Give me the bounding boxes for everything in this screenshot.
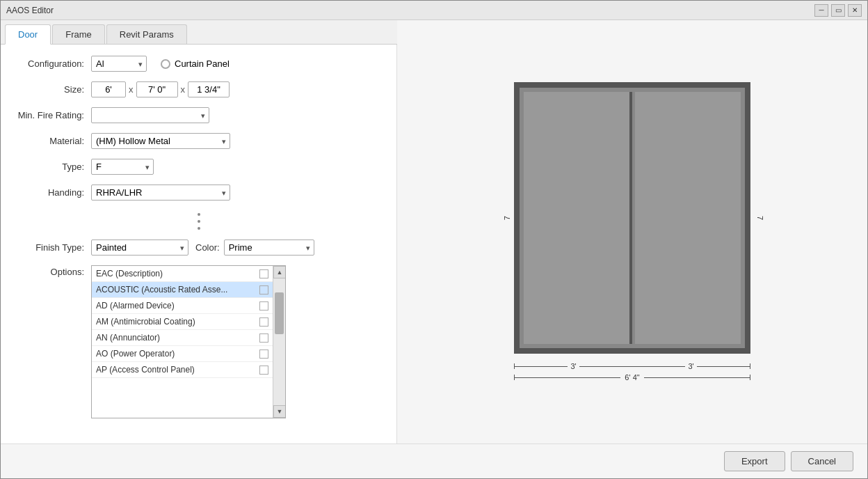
size-width-input[interactable] <box>91 81 126 97</box>
line-full-right <box>644 377 750 378</box>
configuration-select-wrapper: Al <box>91 56 147 72</box>
list-item[interactable]: AN (Annunciator) <box>92 330 273 346</box>
restore-button[interactable]: ▭ <box>831 4 845 17</box>
right-panel: 7 7 <box>397 20 867 443</box>
type-select-wrapper: F <box>91 159 154 175</box>
color-label: Color: <box>195 242 220 253</box>
line-half-left2 <box>579 366 632 367</box>
finish-type-label: Finish Type: <box>15 242 91 253</box>
list-item[interactable]: AO (Power Operator) <box>92 346 273 362</box>
left-panel: Door Frame Revit Params Configuration: A… <box>1 20 397 443</box>
type-select[interactable]: F <box>91 159 154 175</box>
material-label: Material: <box>15 136 91 146</box>
tick-right-end <box>750 363 750 369</box>
list-item[interactable]: AM (Antimicrobial Coating) <box>92 314 273 330</box>
tab-door[interactable]: Door <box>5 24 51 45</box>
list-item[interactable]: EAC (Description) <box>92 266 273 282</box>
handing-label: Handing: <box>15 187 91 198</box>
option-checkbox-eac[interactable] <box>259 269 268 278</box>
list-item[interactable]: AP (Access Control Panel) <box>92 362 273 378</box>
window-title: AAOS Editor <box>6 6 54 15</box>
handing-select-wrapper: RHRA/LHR <box>91 184 230 201</box>
option-checkbox-ap[interactable] <box>259 366 268 375</box>
tab-revit-params[interactable]: Revit Params <box>106 24 187 44</box>
fire-rating-label: Min. Fire Rating: <box>15 110 91 120</box>
color-select[interactable]: Prime <box>224 240 314 256</box>
curtain-panel-row: Curtain Panel <box>161 58 230 69</box>
option-checkbox-an[interactable] <box>259 333 268 343</box>
configuration-row: Configuration: Al Curtain Panel <box>15 56 383 72</box>
tab-bar: Door Frame Revit Params <box>1 20 397 45</box>
size-height-input[interactable] <box>136 81 178 97</box>
dim-half-right-label: 3' <box>685 362 696 370</box>
dim-label-left: 7 <box>500 216 511 220</box>
line-half-left <box>515 366 568 367</box>
line-half-right2 <box>697 366 750 367</box>
main-window: AAOS Editor ─ ▭ ✕ Door Frame Revit Param… <box>0 0 868 479</box>
export-button[interactable]: Export <box>724 451 785 471</box>
material-row: Material: (HM) Hollow Metal <box>15 133 383 149</box>
handing-row: Handing: RHRA/LHR <box>15 184 383 201</box>
bottom-buttons: Export Cancel <box>1 443 867 478</box>
content-area: Door Frame Revit Params Configuration: A… <box>1 20 867 443</box>
handing-select[interactable]: RHRA/LHR <box>91 184 230 201</box>
finish-type-select-wrapper: Painted <box>91 240 188 256</box>
fire-rating-row: Min. Fire Rating: <box>15 107 383 123</box>
material-select-wrapper: (HM) Hollow Metal <box>91 133 230 149</box>
option-checkbox-ad[interactable] <box>259 301 268 311</box>
line-half-right <box>632 366 685 367</box>
form-area: Configuration: Al Curtain Panel Size: <box>1 45 397 443</box>
line-full-left <box>515 377 620 378</box>
scroll-down-button[interactable]: ▼ <box>273 405 286 418</box>
divider-dots <box>193 210 204 233</box>
option-checkbox-acoustic[interactable] <box>259 285 268 295</box>
minimize-button[interactable]: ─ <box>814 4 828 17</box>
configuration-label: Configuration: <box>15 58 91 69</box>
door-panel-right <box>635 92 741 344</box>
scroll-track <box>273 278 285 405</box>
fire-rating-select[interactable] <box>91 107 209 123</box>
size-row: Size: x x <box>15 81 383 97</box>
size-label: Size: <box>15 84 91 95</box>
curtain-panel-label: Curtain Panel <box>175 58 230 69</box>
type-row: Type: F <box>15 159 383 175</box>
tick-full-right <box>750 375 750 380</box>
size-x1: x <box>129 84 134 95</box>
size-x2: x <box>181 84 186 95</box>
dim-full-label: 6' 4" <box>620 373 643 382</box>
list-item[interactable]: ACOUSTIC (Acoustic Rated Asse... <box>92 282 273 298</box>
options-list-container: EAC (Description) ACOUSTIC (Acoustic Rat… <box>91 265 286 418</box>
option-checkbox-am[interactable] <box>259 317 268 327</box>
dim-half-left-label: 3' <box>568 362 579 370</box>
finish-type-select[interactable]: Painted <box>91 240 188 256</box>
list-item[interactable]: AD (Alarmed Device) <box>92 298 273 314</box>
option-checkbox-ao[interactable] <box>259 350 268 359</box>
options-scrollbar[interactable]: ▲ ▼ <box>273 266 285 418</box>
options-list: EAC (Description) ACOUSTIC (Acoustic Rat… <box>92 266 273 418</box>
curtain-panel-radio[interactable] <box>161 59 170 69</box>
configuration-select[interactable]: Al <box>91 56 147 72</box>
color-select-wrapper: Prime <box>224 240 314 256</box>
door-diagram: 7 7 <box>411 34 853 430</box>
options-section: Options: EAC (Description) ACOUSTIC (Aco… <box>15 265 383 418</box>
type-label: Type: <box>15 162 91 172</box>
dot-1 <box>198 213 200 216</box>
bottom-dimensions: 3' 3' <box>514 358 750 382</box>
options-label: Options: <box>15 265 91 277</box>
material-select[interactable]: (HM) Hollow Metal <box>91 133 230 149</box>
scroll-up-button[interactable]: ▲ <box>273 266 286 278</box>
tab-frame[interactable]: Frame <box>52 24 105 44</box>
diagram-with-labels: 7 7 <box>500 82 764 354</box>
cancel-button[interactable]: Cancel <box>791 451 853 471</box>
fire-rating-select-wrapper <box>91 107 209 123</box>
door-drawing-container <box>514 82 750 354</box>
finish-type-row: Finish Type: Painted Color: Prime <box>15 240 383 256</box>
title-bar: AAOS Editor ─ ▭ ✕ <box>1 1 867 20</box>
size-inputs: x x <box>91 81 230 97</box>
close-button[interactable]: ✕ <box>848 4 862 17</box>
door-outer <box>514 82 750 354</box>
scroll-thumb[interactable] <box>275 292 284 334</box>
size-depth-input[interactable] <box>188 81 230 97</box>
half-dim-row: 3' 3' <box>514 362 750 370</box>
window-controls: ─ ▭ ✕ <box>814 4 862 17</box>
